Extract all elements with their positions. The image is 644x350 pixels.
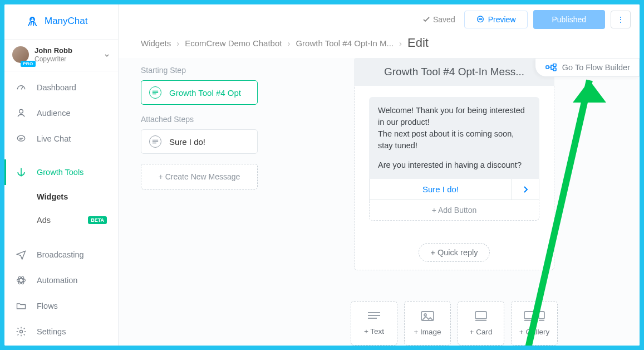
svg-rect-25 <box>475 312 486 319</box>
svg-rect-33 <box>553 68 556 71</box>
brand-row[interactable]: ManyChat <box>4 4 118 40</box>
preview-label: Preview <box>488 15 516 24</box>
gear-icon <box>16 326 27 337</box>
message-bubble[interactable]: Welcome! Thank you for being interested … <box>369 97 539 179</box>
starting-step-card[interactable]: Growth Tool #4 Opt <box>141 80 258 105</box>
chevron-down-icon <box>104 52 110 59</box>
svg-point-1 <box>31 18 31 19</box>
user-menu[interactable]: John Robb Copywriter PRO <box>4 40 118 71</box>
bubble-button-1[interactable]: Sure I do! <box>370 179 512 200</box>
crumb-tool[interactable]: Growth Tool #4 Opt-In M... <box>296 38 394 48</box>
go-to-flow-builder-button[interactable]: Go To Flow Builder <box>535 58 640 77</box>
card-icon <box>474 310 488 323</box>
svg-rect-29 <box>539 312 544 319</box>
crumb-current: Edit <box>407 36 429 50</box>
more-button[interactable]: ⋮ <box>611 11 631 28</box>
svg-point-9 <box>20 330 23 333</box>
atom-icon <box>16 275 27 286</box>
svg-point-4 <box>19 109 23 113</box>
svg-point-11 <box>479 19 479 20</box>
editor-title[interactable]: Growth Tool #4 Opt-In Mess... <box>354 58 554 86</box>
picker-text[interactable]: + Text <box>351 301 397 346</box>
beta-badge: BETA <box>88 216 107 224</box>
main: Saved Preview Published ⋮ Widgets › Ecom… <box>119 4 640 346</box>
logo-icon <box>26 14 39 28</box>
picker-label: + Text <box>364 327 384 336</box>
svg-rect-31 <box>546 66 549 69</box>
breadcrumb: Widgets › EcomCrew Demo Chatbot › Growth… <box>119 32 640 58</box>
chevron-right-icon: › <box>399 38 402 48</box>
more-icon: ⋮ <box>617 15 625 24</box>
nav-label: Settings <box>37 327 66 336</box>
nav: Dashboard Audience Live Chat Growth Tool… <box>4 71 118 346</box>
picker-label: + Gallery <box>519 328 549 336</box>
chat-bubble-icon <box>476 15 485 24</box>
editor-column: Growth Tool #4 Opt-In Mess... Welcome! T… <box>269 58 640 346</box>
person-icon <box>16 108 27 119</box>
user-role: Copywriter <box>35 55 72 63</box>
step-label: Growth Tool #4 Opt <box>169 88 241 98</box>
picker-gallery[interactable]: + Gallery <box>511 301 558 346</box>
picker-card[interactable]: + Card <box>458 301 504 346</box>
published-label: Published <box>552 15 587 24</box>
nav-label: Growth Tools <box>37 168 83 177</box>
svg-point-24 <box>424 314 426 316</box>
nav-broadcasting[interactable]: Broadcasting <box>4 242 118 268</box>
attached-step-card[interactable]: Sure I do! <box>141 129 258 154</box>
saved-status: Saved <box>422 15 455 24</box>
add-button[interactable]: + Add Button <box>369 200 539 221</box>
preview-button[interactable]: Preview <box>464 11 528 28</box>
nav-livechat[interactable]: Live Chat <box>4 126 118 152</box>
picker-image[interactable]: + Image <box>404 301 451 346</box>
nav-growthtools[interactable]: Growth Tools <box>4 159 118 185</box>
nav-label: Flows <box>37 302 58 310</box>
create-message-button[interactable]: + Create New Message <box>141 164 258 189</box>
bubble-line: Are you interested in having a discount? <box>378 159 530 171</box>
svg-point-6 <box>17 279 26 283</box>
app-frame: ManyChat John Robb Copywriter PRO Dashbo… <box>4 4 640 346</box>
nav-dashboard[interactable]: Dashboard <box>4 75 118 100</box>
crumb-chatbot[interactable]: EcomCrew Demo Chatbot <box>185 38 282 48</box>
attached-steps-heading: Attached Steps <box>141 115 258 124</box>
flow-builder-label: Go To Flow Builder <box>562 63 630 72</box>
folder-icon <box>16 300 27 312</box>
starting-step-heading: Starting Step <box>141 66 258 75</box>
nav-audience[interactable]: Audience <box>4 100 118 126</box>
bubble-button-open[interactable] <box>512 179 539 200</box>
image-icon <box>420 310 435 323</box>
gauge-icon <box>16 82 27 93</box>
nav-label: Dashboard <box>37 83 76 92</box>
picker-label: + Card <box>470 328 493 336</box>
crumb-widgets[interactable]: Widgets <box>141 38 171 48</box>
svg-point-12 <box>480 19 480 20</box>
growth-icon <box>16 167 27 178</box>
topbar: Saved Preview Published ⋮ <box>119 4 640 32</box>
send-icon <box>16 249 27 260</box>
user-name: John Robb <box>35 46 72 55</box>
svg-rect-32 <box>553 64 556 67</box>
picker-label: + Image <box>414 328 441 336</box>
check-icon <box>422 16 430 23</box>
chevron-right-icon <box>523 186 528 193</box>
sidebar: ManyChat John Robb Copywriter PRO Dashbo… <box>4 4 119 346</box>
published-button[interactable]: Published <box>533 10 606 29</box>
content: Starting Step Growth Tool #4 Opt Attache… <box>119 58 640 346</box>
nav-label: Broadcasting <box>37 250 84 259</box>
svg-point-2 <box>33 18 33 19</box>
nav-label: Automation <box>37 276 77 285</box>
bubble-button-row: Sure I do! <box>369 179 539 200</box>
svg-line-3 <box>21 86 23 89</box>
svg-rect-27 <box>524 312 537 319</box>
nav-ads[interactable]: Ads BETA <box>4 208 118 232</box>
nav-settings[interactable]: Settings <box>4 319 118 344</box>
steps-column: Starting Step Growth Tool #4 Opt Attache… <box>119 58 269 346</box>
nav-automation[interactable]: Automation <box>4 268 118 293</box>
editor-body: Welcome! Thank you for being interested … <box>354 86 554 270</box>
nav-flows[interactable]: Flows <box>4 293 118 319</box>
bubble-line: The next post about it is coming soon, s… <box>378 128 530 152</box>
nav-widgets[interactable]: Widgets <box>4 185 118 208</box>
quick-reply-button[interactable]: + Quick reply <box>419 243 489 262</box>
chevron-right-icon: › <box>176 38 179 48</box>
svg-point-13 <box>481 19 481 20</box>
nav-label: Widgets <box>37 192 68 201</box>
